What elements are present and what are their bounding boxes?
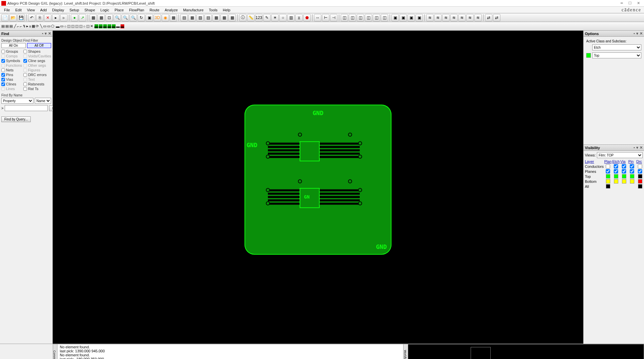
filter-checkbox[interactable] (23, 82, 27, 86)
box-icon[interactable]: ◫ (349, 14, 356, 21)
vis-check[interactable] (628, 169, 636, 173)
route-icon[interactable]: ≋ (442, 14, 450, 21)
worldview-tab[interactable]: WorldView (404, 344, 408, 359)
dim-icon[interactable]: ↔ (314, 14, 321, 21)
place-icon[interactable]: ▤ (5, 24, 9, 28)
stack-icon[interactable]: ▦ (188, 14, 196, 21)
route-icon[interactable]: ≋ (474, 14, 482, 21)
filter-drcerrors[interactable]: DRC errors (23, 73, 51, 77)
circle-icon[interactable]: ○ (279, 14, 287, 21)
filter-shapes[interactable]: Shapes (23, 49, 51, 53)
filter-checkbox[interactable] (1, 73, 5, 77)
layer-icon[interactable]: ▦ (170, 14, 177, 21)
layer-btn[interactable]: ▬ (112, 24, 116, 28)
layer-btn[interactable]: ▬ (116, 24, 120, 28)
property-select[interactable]: Property (1, 98, 33, 104)
tool-icon[interactable]: ▹ (60, 14, 67, 21)
dehighlight-icon[interactable]: ↗ (79, 14, 86, 21)
route-icon[interactable]: ≋ (426, 14, 434, 21)
line-icon[interactable]: ⌐ (17, 24, 19, 28)
box-icon[interactable]: ◫ (357, 14, 364, 21)
filter-ratsnests[interactable]: Ratsnests (23, 82, 51, 86)
filter-vias[interactable]: Vias (1, 77, 22, 81)
subclass-select[interactable]: Top (592, 52, 641, 58)
line-icon[interactable]: ▸ (26, 24, 28, 28)
net-icon[interactable]: ▣ (408, 14, 415, 21)
zoom-out-icon[interactable]: 🔍 (122, 14, 129, 21)
route-icon[interactable]: ≋ (466, 14, 474, 21)
place-icon[interactable]: ▤ (9, 24, 13, 28)
color-swatch[interactable] (606, 179, 610, 184)
box-icon[interactable]: ◫ (365, 14, 372, 21)
col-etch[interactable]: Etch (612, 159, 620, 163)
layer-btn[interactable]: ▬ (95, 24, 98, 28)
dropdown-icon[interactable]: ▾ (636, 145, 638, 150)
vis-check[interactable] (612, 169, 620, 173)
net-icon[interactable]: ▣ (416, 14, 423, 21)
sun-icon[interactable]: ☀ (271, 14, 279, 21)
menu-edit[interactable]: Edit (13, 7, 24, 13)
shape-circle-icon[interactable]: ○ (64, 24, 66, 28)
close-icon[interactable]: ✕ (637, 1, 640, 5)
menu-help[interactable]: Help (220, 7, 233, 13)
stack-icon[interactable]: ▤ (204, 14, 212, 21)
filter-groups[interactable]: Groups (1, 49, 22, 53)
zoom-in-icon[interactable]: 🔍 (114, 14, 121, 21)
color-swatch[interactable] (638, 184, 642, 189)
menu-view[interactable]: View (24, 7, 38, 13)
line-icon[interactable]: ⟳ (36, 24, 39, 28)
view-icon[interactable]: ▣ (146, 14, 153, 21)
views-select[interactable]: Film: TOP (597, 152, 643, 158)
col-drc[interactable]: Drc (636, 159, 644, 163)
find-input[interactable] (5, 105, 48, 111)
route-icon[interactable]: ≋ (450, 14, 458, 21)
color-swatch[interactable] (638, 179, 642, 184)
col-pin[interactable]: Pin (628, 159, 636, 163)
zoom-fit-icon[interactable]: ⊡ (106, 14, 113, 21)
close-panel-icon[interactable]: ✕ (640, 145, 643, 150)
place-icon[interactable]: ▤ (1, 24, 5, 28)
color-swatch[interactable] (630, 179, 634, 184)
menu-setup[interactable]: Setup (67, 7, 82, 13)
shape-rect-icon[interactable]: ▭ (43, 24, 46, 28)
subclass-color[interactable] (586, 53, 591, 58)
close-panel-icon[interactable]: ✕ (48, 31, 51, 36)
pin-icon[interactable]: ▪ (634, 145, 635, 150)
dropdown-icon[interactable]: ▾ (45, 31, 47, 36)
vis-check[interactable] (620, 169, 628, 173)
filter-nets[interactable]: Nets (1, 68, 22, 72)
chart-icon[interactable]: ▥ (287, 14, 295, 21)
shape-icon[interactable]: ✕ (90, 24, 93, 28)
all-off-button[interactable]: All Off (27, 43, 51, 48)
shape-icon[interactable]: ◫ (79, 24, 83, 28)
filter-checkbox[interactable] (23, 73, 27, 77)
copy-icon[interactable]: ⎘ (36, 14, 43, 21)
line-icon[interactable]: ╱ (14, 24, 16, 28)
name-select[interactable]: Name (35, 98, 51, 104)
stack-icon[interactable]: ▤ (180, 14, 188, 21)
shape-icon[interactable]: ╲ (40, 24, 42, 28)
layer-btn[interactable]: ▬ (99, 24, 103, 28)
color-swatch[interactable] (614, 174, 618, 178)
shape-icon[interactable]: ⬠ (51, 24, 54, 28)
menu-analyze[interactable]: Analyze (162, 7, 180, 13)
line-icon[interactable]: ▦ (32, 24, 35, 28)
highlight-icon[interactable]: ● (71, 14, 78, 21)
menu-place[interactable]: Place (112, 7, 127, 13)
menu-display[interactable]: Display (49, 7, 67, 13)
dim-icon[interactable]: ⊢ (322, 14, 329, 21)
line-icon[interactable]: ⌐ (20, 24, 22, 28)
vis-check[interactable] (620, 164, 628, 168)
all-on-button[interactable]: All On (1, 43, 26, 48)
vis-check[interactable] (612, 164, 620, 168)
filter-checkbox[interactable] (1, 68, 5, 72)
net-icon[interactable]: ▣ (391, 14, 399, 21)
measure-icon[interactable]: 123 (255, 14, 263, 21)
3d-icon[interactable]: 3D (154, 14, 161, 21)
vis-check[interactable] (628, 164, 636, 168)
pin-icon[interactable]: ▪ (634, 31, 635, 36)
route-icon[interactable]: ≋ (434, 14, 442, 21)
command-tab[interactable]: Command (53, 344, 57, 359)
filter-checkbox[interactable] (1, 78, 5, 81)
menu-flowplan[interactable]: FlowPlan (126, 7, 147, 13)
